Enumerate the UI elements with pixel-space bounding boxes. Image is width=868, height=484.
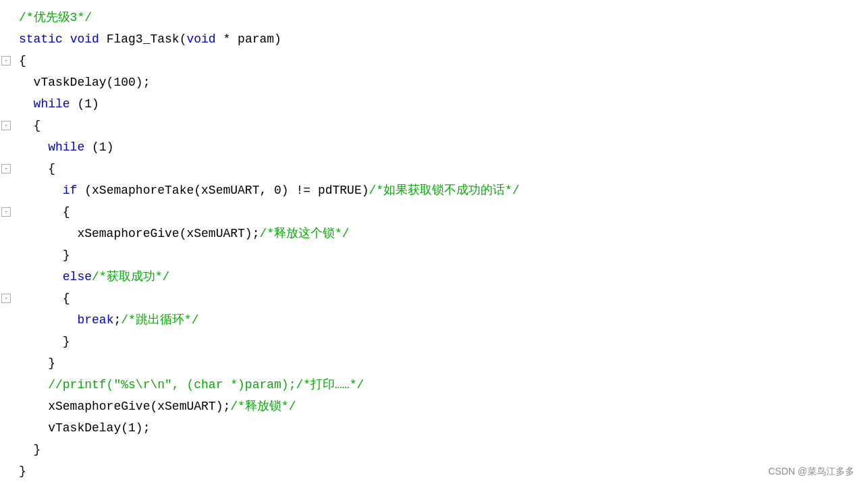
fold-icon-14[interactable]: - [1, 294, 11, 303]
line-content-6: { [12, 116, 868, 136]
comment-release: /*释放锁*/ [230, 400, 296, 413]
line-content-5: while (1) [12, 95, 868, 114]
fold-icon-8[interactable]: - [1, 164, 11, 173]
comment-break: /*跳出循环*/ [121, 313, 198, 327]
line-content-10: { [12, 203, 868, 222]
code-line-1: /*优先级3*/ [0, 7, 868, 28]
keyword-static: static [19, 32, 63, 46]
comment-else: /*获取成功*/ [92, 270, 169, 284]
code-line-11: xSemaphoreGive(xSemUART);/*释放这个锁*/ [0, 223, 868, 244]
watermark: CSDN @菜鸟江多多 [768, 464, 855, 479]
keyword-break: break [77, 313, 113, 327]
code-line-4: vTaskDelay(100); [0, 72, 868, 93]
code-line-13: else/*获取成功*/ [0, 266, 868, 288]
line-content-3: { [12, 51, 868, 71]
comment-span: /*优先级3*/ [19, 11, 92, 24]
code-line-6: - { [0, 115, 868, 136]
gutter-10[interactable]: - [0, 207, 12, 217]
line-content-12: } [12, 246, 868, 265]
line-content-21: } [12, 440, 868, 460]
code-line-21: } [0, 439, 868, 460]
line-content-16: } [12, 332, 868, 352]
keyword-else: else [63, 270, 92, 284]
code-line-17: } [0, 352, 868, 374]
line-content-17: } [12, 354, 868, 373]
line-content-19: xSemaphoreGive(xSemUART);/*释放锁*/ [12, 397, 868, 416]
code-line-3: - { [0, 50, 868, 72]
comment-give: /*释放这个锁*/ [259, 227, 349, 240]
line-content-8: { [12, 159, 868, 179]
gutter-6[interactable]: - [0, 121, 12, 130]
line-content-14: { [12, 289, 868, 308]
code-line-14: - { [0, 288, 868, 309]
line-content-15: break;/*跳出循环*/ [12, 311, 868, 330]
line-content-7: while (1) [12, 138, 868, 157]
gutter-8[interactable]: - [0, 164, 12, 173]
fold-icon-6[interactable]: - [1, 121, 11, 130]
keyword-while1: while [34, 97, 70, 111]
code-line-22: } [0, 460, 868, 482]
line-content-18: //printf("%s\r\n", (char *)param);/*打印……… [12, 375, 868, 395]
line-content-13: else/*获取成功*/ [12, 267, 868, 287]
keyword-void2: void [186, 32, 215, 46]
gutter-3[interactable]: - [0, 56, 12, 65]
line-content-11: xSemaphoreGive(xSemUART);/*释放这个锁*/ [12, 224, 868, 244]
code-line-7: while (1) [0, 136, 868, 158]
code-line-20: vTaskDelay(1); [0, 417, 868, 439]
fold-icon-3[interactable]: - [1, 56, 11, 65]
code-line-19: xSemaphoreGive(xSemUART);/*释放锁*/ [0, 396, 868, 417]
code-line-18: //printf("%s\r\n", (char *)param);/*打印……… [0, 374, 868, 396]
keyword-void: void [70, 32, 99, 46]
line-content-9: if (xSemaphoreTake(xSemUART, 0) != pdTRU… [12, 181, 868, 200]
fold-icon-10[interactable]: - [1, 207, 11, 217]
keyword-while2: while [48, 140, 84, 154]
code-line-16: } [0, 331, 868, 352]
line-content-20: vTaskDelay(1); [12, 419, 868, 438]
line-content-2: static void Flag3_Task(void * param) [12, 30, 868, 49]
code-line-8: - { [0, 158, 868, 180]
code-line-12: } [0, 244, 868, 266]
code-line-5: while (1) [0, 93, 868, 115]
code-line-10: - { [0, 201, 868, 223]
line-content-4: vTaskDelay(100); [12, 73, 868, 92]
gutter-14[interactable]: - [0, 294, 12, 303]
comment-printf: //printf("%s\r\n", (char *)param);/*打印……… [19, 378, 364, 392]
keyword-if: if [63, 184, 78, 197]
code-line-15: break;/*跳出循环*/ [0, 309, 868, 331]
code-container: /*优先级3*/ static void Flag3_Task(void * p… [0, 0, 868, 484]
comment-if: /*如果获取锁不成功的话*/ [369, 184, 520, 197]
code-line-2: static void Flag3_Task(void * param) [0, 28, 868, 50]
code-line-9: if (xSemaphoreTake(xSemUART, 0) != pdTRU… [0, 180, 868, 201]
line-content-22: } [12, 462, 868, 481]
line-content-1: /*优先级3*/ [12, 8, 868, 28]
